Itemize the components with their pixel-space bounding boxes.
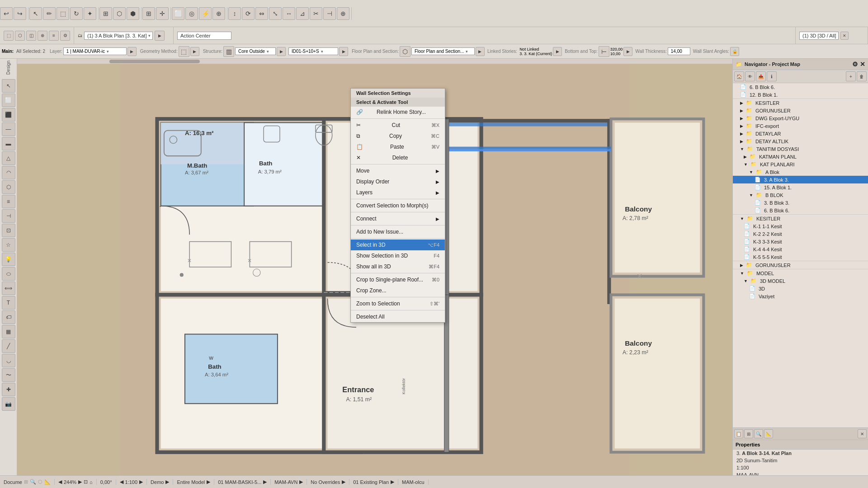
ctx-item-deselect[interactable]: Deselect All [351, 311, 445, 322]
filter-btn[interactable]: ⚡ [199, 7, 212, 20]
linked-nav[interactable]: ▶ [553, 47, 562, 56]
ctx-item-convert[interactable]: Convert Selection to Morph(s) [351, 200, 445, 211]
measure-btn[interactable]: ⊕ [337, 7, 349, 20]
ctx-item-delete[interactable]: ✕ Delete [351, 152, 445, 163]
tree-item-katman-planl[interactable]: ▶ 📁 KATMAN PLANL [733, 153, 868, 160]
tree-item-12b1[interactable]: 📄 12. B Blok 1. [733, 91, 868, 99]
undo-btn[interactable]: ↩ [0, 7, 13, 20]
tree-item-tanitim[interactable]: ▼ 📁 TANITIM DOSYASI [733, 145, 868, 153]
view-3d-dropdown[interactable]: (1) 3D [3D / All] [799, 32, 839, 40]
tree-item-k4[interactable]: 📄 K-4 4-4 Kesit [733, 245, 868, 253]
tree-item-k2[interactable]: 📄 K-2 2-2 Kesit [733, 230, 868, 238]
nav-add-btn[interactable]: + [846, 71, 856, 81]
ctx-item-relink[interactable]: 🔗 Relink Home Story... [351, 107, 445, 117]
nav-delete-btn[interactable]: 🗑 [857, 71, 867, 81]
tree-item-k5[interactable]: 📄 K-5 5-5 Kesit [733, 253, 868, 261]
tree-item-a-blok[interactable]: ▼ 📁 A Blok [733, 168, 868, 176]
floor-plan-dropdown[interactable]: Floor Plan and Section... ▾ [411, 47, 475, 55]
view-arrow[interactable]: ▶ [263, 479, 267, 485]
door-tool-btn[interactable]: ⊣ [2, 209, 15, 223]
tree-item-gorunusler2[interactable]: ▶ 📁 GORUNUSLER [733, 261, 868, 269]
wall-thickness-field[interactable]: 14,00 [668, 47, 690, 55]
ctx-item-display-order[interactable]: Display Order ▶ [351, 176, 445, 187]
tree-item-detaylar[interactable]: ▶ 📁 DETAYLAR [733, 130, 868, 137]
action-center-dropdown[interactable]: Action Center [177, 32, 231, 40]
select-btn[interactable]: ⬜ [172, 7, 184, 20]
split-btn[interactable]: ⊣ [323, 7, 336, 20]
rotate-btn[interactable]: ↻ [70, 7, 83, 20]
lamp-tool-btn[interactable]: 💡 [2, 253, 15, 266]
spline-tool-btn[interactable]: 〜 [2, 368, 15, 382]
view-close-btn[interactable]: ✕ [840, 32, 849, 40]
override-arrow[interactable]: ▶ [342, 479, 345, 485]
settings-btn2[interactable]: ⚙ [60, 31, 70, 41]
tree-item-b-blok-folder[interactable]: ▼ 📁 B BLOK [733, 191, 868, 199]
select-tool-btn[interactable]: ↖ [2, 79, 15, 93]
plan-view-dropdown[interactable]: (1) 3 A Blok Plan [3. 3. Kat] ▾ [84, 32, 153, 40]
horizontal-scrollbar[interactable] [17, 59, 732, 64]
props-icon-1[interactable]: 📋 [734, 429, 743, 438]
ref-line-nav[interactable]: ▶ [339, 47, 348, 56]
ctx-item-select-3d[interactable]: Select in 3D ⌥F4 [351, 239, 445, 250]
structure-nav[interactable]: ▶ [277, 47, 286, 56]
zoom-btn2[interactable]: ⊕ [38, 31, 47, 41]
dim-tool-btn[interactable]: ⟺ [2, 282, 15, 295]
tree-item-ifc[interactable]: ▶ 📁 IFC-export [733, 122, 868, 130]
nav-info-btn[interactable]: ℹ [767, 71, 777, 81]
line-tool-btn[interactable]: ╱ [2, 339, 15, 353]
layer-settings-btn[interactable]: ▶ [127, 47, 137, 56]
zone-tool-btn[interactable]: ⬭ [2, 267, 15, 281]
model-arrow[interactable]: ▶ [207, 479, 210, 485]
ctx-item-show-all-3d[interactable]: Show all in 3D ⌘F4 [351, 261, 445, 272]
offset-btn[interactable]: ⊿ [296, 7, 309, 20]
window-tool-btn[interactable]: ⊡ [2, 224, 15, 237]
nav-settings-icon[interactable]: ⚙ [852, 61, 858, 68]
move-btn[interactable]: ↕ [228, 7, 241, 20]
ctx-item-cut[interactable]: ✂ Cut ⌘X [351, 120, 445, 131]
tree-item-3a-blok[interactable]: 📄 3. A Blok 3. [733, 176, 868, 183]
section-icon[interactable]: ◫ [26, 31, 36, 41]
redo-btn[interactable]: ↪ [14, 7, 26, 20]
tree-item-kat-planlari[interactable]: ▼ 📁 KAT PLANLARI [733, 160, 868, 168]
3d-icon[interactable]: ⬡ [15, 31, 25, 41]
morph-tool-btn[interactable]: ⬡ [2, 180, 15, 194]
props-icon-4[interactable]: 📐 [764, 429, 773, 438]
ctx-item-zoom-selection[interactable]: Zoom to Selection ⇧⌘' [351, 298, 445, 309]
beam-tool-btn[interactable]: — [2, 122, 15, 136]
zoom-next-btn[interactable]: ▶ [78, 479, 82, 485]
nav-publisher-btn[interactable]: 📤 [756, 71, 766, 81]
tree-item-15a-blok[interactable]: 📄 15. A Blok 1. [733, 183, 868, 191]
tree-item-3b-blok[interactable]: 📄 3. B Blok 3. [733, 199, 868, 206]
geometry-icon[interactable]: ⬚ [179, 46, 189, 57]
nav-view-btn[interactable]: 👁 [745, 71, 755, 81]
plan-arrow[interactable]: ▶ [391, 479, 394, 485]
mirror-btn[interactable]: ⇔ [255, 7, 268, 20]
props-icon-3[interactable]: 🔍 [754, 429, 763, 438]
tree-item-gorunusler[interactable]: ▶ 📁 GORUNUSLER [733, 107, 868, 114]
rotate-90-btn[interactable]: ⟳ [242, 7, 255, 20]
stair-tool-btn[interactable]: ≡ [2, 195, 15, 208]
plan-icon[interactable]: ⬚ [4, 31, 14, 41]
tree-item-3d-model[interactable]: ▼ 📁 3D MODEL [733, 277, 868, 285]
zoom-home-btn[interactable]: ⌂ [90, 479, 93, 485]
plan-nav-left[interactable]: ▶ [155, 31, 165, 41]
ctx-item-crop-roof[interactable]: Crop to Single-plane Roof... ⌘0 [351, 274, 445, 285]
tree-item-kesitler2[interactable]: ▼ 📁 KESITLER [733, 215, 868, 222]
location-arrow[interactable]: ▶ [299, 479, 303, 485]
ctx-item-move[interactable]: Move ▶ [351, 165, 445, 176]
magic-wand-btn[interactable]: ✦ [84, 7, 96, 20]
fill-tool-btn[interactable]: ▦ [2, 325, 15, 338]
group-btn[interactable]: ⊕ [212, 7, 225, 20]
tree-item-3d[interactable]: 📄 3D [733, 285, 868, 292]
layers-btn2[interactable]: ≡ [49, 31, 59, 41]
tree-item-vaziyet[interactable]: 📄 Vaziyet [733, 292, 868, 300]
trim-btn[interactable]: ✂ [310, 7, 322, 20]
ref-line-dropdown[interactable]: ID01-S+10+S ▾ [288, 47, 338, 55]
lasso-btn[interactable]: ◎ [185, 7, 198, 20]
object-tool-btn[interactable]: ☆ [2, 238, 15, 252]
snap-btn[interactable]: ✛ [156, 7, 169, 20]
arrow-tool-btn[interactable]: ↖ [29, 7, 42, 20]
hotspot-tool-btn[interactable]: ✚ [2, 383, 15, 396]
tree-item-6b6[interactable]: 📄 6. B Blok 6. [733, 83, 868, 91]
column-tool-btn[interactable]: ⬛ [2, 108, 15, 122]
